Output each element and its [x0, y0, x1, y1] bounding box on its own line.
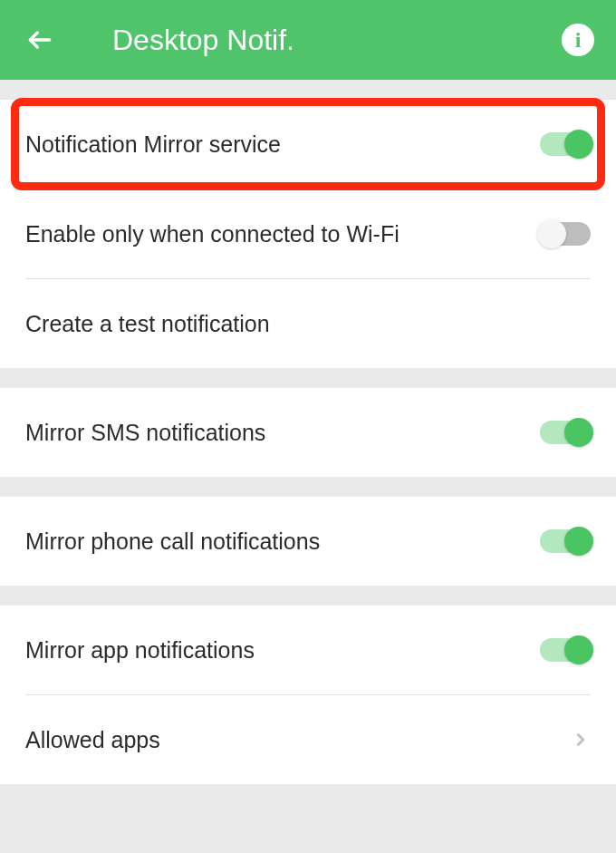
toggle-knob — [537, 219, 566, 248]
notification-mirror-service-row[interactable]: Notification Mirror service — [0, 100, 616, 189]
setting-label: Mirror SMS notifications — [25, 420, 265, 446]
setting-label: Mirror app notifications — [25, 637, 255, 664]
mirror-app-row[interactable]: Mirror app notifications — [0, 606, 616, 694]
mirror-app-toggle[interactable] — [540, 638, 591, 662]
notification-mirror-service-toggle[interactable] — [540, 132, 591, 156]
setting-label: Enable only when connected to Wi-Fi — [25, 221, 399, 247]
mirror-phone-row[interactable]: Mirror phone call notifications — [0, 497, 616, 586]
settings-group-apps: Mirror app notifications Allowed apps — [0, 606, 616, 784]
back-button[interactable] — [22, 22, 58, 58]
info-icon: i — [575, 28, 582, 53]
mirror-phone-toggle[interactable] — [540, 529, 591, 553]
create-test-notification-row[interactable]: Create a test notification — [0, 279, 616, 368]
wifi-only-toggle[interactable] — [540, 222, 591, 246]
mirror-sms-toggle[interactable] — [540, 421, 591, 444]
allowed-apps-row[interactable]: Allowed apps — [0, 695, 616, 784]
setting-label: Mirror phone call notifications — [25, 528, 320, 555]
app-header: Desktop Notif. i — [0, 0, 616, 80]
toggle-knob — [564, 418, 593, 447]
settings-content: Notification Mirror service Enable only … — [0, 80, 616, 784]
page-title: Desktop Notif. — [112, 24, 562, 57]
wifi-only-row[interactable]: Enable only when connected to Wi-Fi — [0, 189, 616, 278]
toggle-knob — [564, 130, 593, 159]
setting-label: Create a test notification — [25, 311, 270, 337]
settings-group-phone: Mirror phone call notifications — [0, 497, 616, 586]
toggle-knob — [564, 635, 593, 664]
chevron-right-icon — [571, 725, 591, 754]
settings-group-general: Notification Mirror service Enable only … — [0, 100, 616, 368]
setting-label: Allowed apps — [25, 727, 160, 753]
toggle-knob — [564, 527, 593, 556]
info-button[interactable]: i — [562, 24, 594, 56]
mirror-sms-row[interactable]: Mirror SMS notifications — [0, 388, 616, 477]
setting-label: Notification Mirror service — [25, 131, 281, 158]
settings-group-sms: Mirror SMS notifications — [0, 388, 616, 477]
back-arrow-icon — [25, 25, 54, 54]
highlighted-setting: Notification Mirror service — [0, 100, 616, 189]
